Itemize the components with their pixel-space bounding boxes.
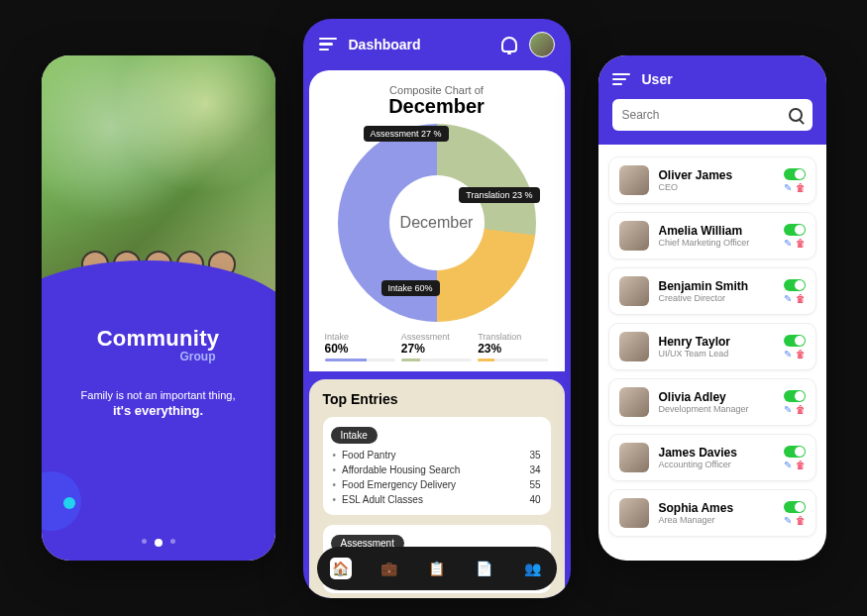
- search-field[interactable]: [612, 99, 813, 131]
- entry-value: 35: [529, 450, 540, 461]
- entry-group-label: Intake: [331, 427, 378, 444]
- entry-value: 55: [529, 479, 540, 490]
- delete-icon[interactable]: 🗑: [796, 182, 806, 193]
- user-avatar: [619, 276, 649, 306]
- page-dot-active[interactable]: [155, 539, 163, 547]
- user-active-toggle[interactable]: [784, 224, 806, 236]
- user-role: Accounting Officer: [659, 460, 774, 469]
- entry-name: •Affordable Housing Search: [333, 464, 461, 475]
- user-card[interactable]: James Davies Accounting Officer ✎ 🗑: [608, 434, 816, 481]
- dashboard-screen: Dashboard Composite Chart of December De…: [303, 19, 571, 598]
- chart-title: December: [325, 95, 549, 118]
- entry-row[interactable]: •Affordable Housing Search34: [333, 462, 541, 477]
- delete-icon[interactable]: 🗑: [796, 515, 806, 526]
- user-card[interactable]: Benjamin Smith Creative Director ✎ 🗑: [608, 267, 816, 315]
- delete-icon[interactable]: 🗑: [796, 238, 806, 249]
- edit-icon[interactable]: ✎: [784, 293, 792, 304]
- user-active-toggle[interactable]: [784, 501, 806, 513]
- entry-row[interactable]: •Food Pantry35: [333, 448, 541, 462]
- user-name: Henry Taylor: [659, 335, 774, 349]
- legend-item: Assessment 27%: [401, 332, 472, 361]
- edit-icon[interactable]: ✎: [784, 515, 792, 526]
- page-title: User: [642, 71, 673, 87]
- brand-logo-subtext: Group: [139, 350, 258, 363]
- tab-notes-icon[interactable]: 📄: [474, 558, 495, 579]
- user-name: Olivia Adley: [659, 390, 774, 404]
- user-avatar: [619, 332, 649, 361]
- legend-value: 23%: [478, 342, 548, 356]
- user-card[interactable]: Sophia Ames Area Manager ✎ 🗑: [608, 489, 816, 537]
- user-avatar: [619, 387, 649, 417]
- delete-icon[interactable]: 🗑: [796, 293, 806, 304]
- entry-group: Intake•Food Pantry35•Affordable Housing …: [323, 417, 551, 515]
- tagline-line1: Family is not an important thing,: [59, 389, 258, 401]
- delete-icon[interactable]: 🗑: [796, 460, 806, 470]
- tagline-line2: it's everything.: [59, 403, 258, 418]
- avatar[interactable]: [529, 32, 555, 57]
- user-card[interactable]: Amelia William Chief Marketing Officer ✎…: [608, 212, 816, 259]
- tab-bar: 🏠 💼 📋 📄 👥: [317, 547, 557, 590]
- entry-name: •Food Pantry: [333, 450, 396, 461]
- menu-icon[interactable]: [612, 73, 630, 86]
- user-avatar: [619, 165, 649, 195]
- edit-icon[interactable]: ✎: [784, 238, 792, 249]
- user-active-toggle[interactable]: [784, 168, 806, 180]
- user-name: Oliver James: [659, 168, 774, 182]
- delete-icon[interactable]: 🗑: [796, 349, 806, 359]
- edit-icon[interactable]: ✎: [784, 404, 792, 415]
- chart-label-assessment: Assessment 27 %: [364, 126, 449, 142]
- user-active-toggle[interactable]: [784, 446, 806, 458]
- edit-icon[interactable]: ✎: [784, 349, 792, 359]
- legend-name: Assessment: [401, 332, 472, 342]
- legend-name: Translation: [478, 332, 548, 342]
- tab-users-icon[interactable]: 👥: [521, 558, 543, 579]
- user-list[interactable]: Oliver James CEO ✎ 🗑 Amelia William Chie…: [598, 145, 826, 561]
- users-header: User: [598, 55, 826, 145]
- brand-logo-text: Community: [59, 326, 258, 352]
- user-card[interactable]: Henry Taylor UI/UX Team Lead ✎ 🗑: [608, 323, 816, 370]
- user-card[interactable]: Oliver James CEO ✎ 🗑: [608, 156, 816, 204]
- user-avatar: [619, 498, 649, 528]
- entry-name: •Food Emergency Delivery: [333, 479, 457, 490]
- notifications-icon[interactable]: [501, 37, 517, 52]
- page-dot[interactable]: [142, 539, 147, 544]
- user-active-toggle[interactable]: [784, 335, 806, 347]
- chart-legend: Intake 60% Assessment 27% Translation 23…: [325, 332, 549, 361]
- user-active-toggle[interactable]: [784, 279, 806, 291]
- users-screen: User Oliver James CEO ✎ 🗑 Amelia William…: [598, 55, 826, 561]
- user-role: Area Manager: [659, 515, 774, 525]
- user-name: Amelia William: [659, 224, 774, 238]
- user-active-toggle[interactable]: [784, 390, 806, 402]
- user-role: Development Manager: [659, 404, 774, 414]
- search-input[interactable]: [622, 108, 789, 122]
- menu-icon[interactable]: [319, 38, 337, 51]
- search-icon[interactable]: [789, 108, 803, 122]
- entry-value: 40: [529, 494, 540, 505]
- chart-card: Composite Chart of December December Ass…: [309, 70, 565, 371]
- edit-icon[interactable]: ✎: [784, 182, 792, 193]
- delete-icon[interactable]: 🗑: [796, 404, 806, 415]
- entry-name: •ESL Adult Classes: [333, 494, 423, 505]
- legend-value: 60%: [325, 342, 395, 356]
- user-card[interactable]: Olivia Adley Development Manager ✎ 🗑: [608, 378, 816, 426]
- user-name: James Davies: [659, 446, 774, 460]
- entry-row[interactable]: •Food Emergency Delivery55: [333, 477, 541, 492]
- user-avatar: [619, 443, 649, 472]
- entry-row[interactable]: •ESL Adult Classes40: [333, 492, 541, 507]
- chart-label-intake: Intake 60%: [381, 280, 440, 296]
- donut-chart: December Assessment 27 % Translation 23 …: [338, 124, 536, 322]
- tab-briefcase-icon[interactable]: 💼: [378, 558, 399, 579]
- legend-name: Intake: [325, 332, 395, 342]
- tab-clipboard-icon[interactable]: 📋: [425, 558, 447, 579]
- page-dot[interactable]: [170, 539, 175, 544]
- legend-item: Translation 23%: [478, 332, 548, 361]
- user-role: UI/UX Team Lead: [659, 349, 774, 359]
- page-title: Dashboard: [349, 37, 421, 52]
- legend-value: 27%: [401, 342, 472, 356]
- tab-home-icon[interactable]: 🏠: [330, 558, 352, 579]
- page-indicator[interactable]: [42, 539, 275, 547]
- entries-title: Top Entries: [323, 391, 551, 407]
- edit-icon[interactable]: ✎: [784, 460, 792, 470]
- dashboard-header: Dashboard: [303, 19, 571, 70]
- onboarding-screen: Community Group Family is not an importa…: [42, 55, 275, 561]
